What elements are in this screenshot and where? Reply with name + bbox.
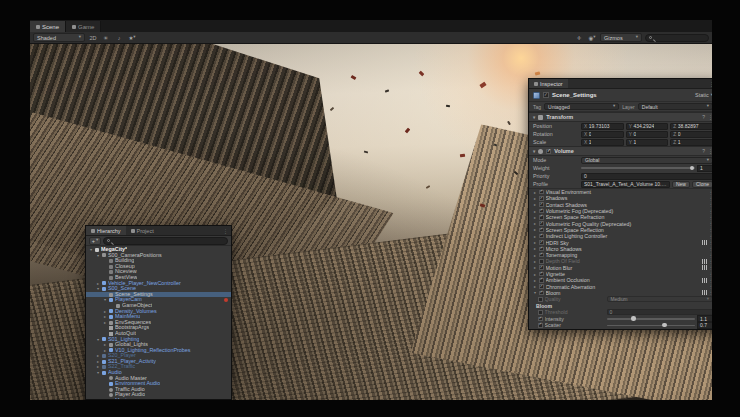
- context-menu-icon[interactable]: ⋮: [709, 246, 713, 251]
- transform-component-header[interactable]: ▾ Transform ? ⋮: [529, 112, 712, 122]
- foldout-arrow-icon[interactable]: ▸: [533, 253, 537, 258]
- profile-new-button[interactable]: New: [672, 181, 690, 188]
- volume-override-row[interactable]: ▸✓Volumetric Fog (Deprecated)⋮: [529, 208, 712, 214]
- foldout-arrow-icon[interactable]: ▸: [533, 278, 537, 283]
- foldout-arrow-icon[interactable]: ▸: [533, 215, 537, 220]
- expand-arrow-icon[interactable]: ▾: [96, 337, 100, 343]
- volume-override-row[interactable]: ▸✓Volumetric Fog Quality (Deprecated)⋮: [529, 220, 712, 226]
- camera-icon[interactable]: ◉▾: [587, 33, 597, 42]
- foldout-arrow-icon[interactable]: ▾: [533, 149, 535, 154]
- context-menu-icon[interactable]: ⋮: [709, 234, 713, 239]
- bloom-property-dropdown[interactable]: Medium▾: [607, 296, 713, 302]
- context-menu-icon[interactable]: ⋮: [709, 290, 713, 295]
- tab-game[interactable]: Game: [66, 21, 101, 32]
- context-menu-icon[interactable]: ⋮: [709, 209, 713, 214]
- volume-override-row[interactable]: ▸✓Visual Environment⋮: [529, 189, 712, 195]
- tab-hierarchy[interactable]: Hierarchy: [86, 226, 126, 235]
- override-checkbox[interactable]: ✓: [539, 228, 544, 233]
- active-checkbox[interactable]: ✓: [543, 92, 549, 98]
- expand-arrow-icon[interactable]: ▾: [103, 297, 107, 303]
- context-menu-icon[interactable]: ⋮: [709, 202, 713, 207]
- override-checkbox[interactable]: ✓: [539, 209, 544, 214]
- volume-override-row[interactable]: ▾✓Bloom⋮: [529, 290, 712, 296]
- property-override-checkbox[interactable]: ✓: [538, 323, 543, 328]
- tab-scene[interactable]: Scene: [30, 21, 66, 32]
- volume-override-row[interactable]: ▸✓Micro Shadows⋮: [529, 246, 712, 252]
- slider-thumb[interactable]: [631, 316, 636, 321]
- override-checkbox[interactable]: ✓: [539, 272, 544, 277]
- expand-arrow-icon[interactable]: ▾: [96, 253, 100, 259]
- override-checkbox[interactable]: ✓: [539, 196, 544, 201]
- gameobject-name[interactable]: Scene_Settings: [552, 92, 597, 98]
- context-menu-icon[interactable]: ⋮: [709, 253, 713, 258]
- volume-override-row[interactable]: ▸✓HDRI Sky⋮: [529, 239, 712, 245]
- x-value-field[interactable]: X1: [581, 139, 624, 146]
- panel-menu-icon[interactable]: ⋮: [220, 226, 231, 235]
- context-menu-icon[interactable]: ⋮: [709, 259, 713, 264]
- context-menu-icon[interactable]: ⋮: [709, 284, 713, 289]
- audio-icon[interactable]: ♪: [114, 33, 124, 42]
- volume-override-row[interactable]: ▸Depth Of Field⋮: [529, 258, 712, 264]
- priority-field[interactable]: 0: [581, 173, 712, 180]
- shading-mode-dropdown[interactable]: Shaded ▾: [33, 33, 85, 42]
- property-override-checkbox[interactable]: ✓: [538, 317, 543, 322]
- z-value-field[interactable]: Z1: [670, 139, 712, 146]
- foldout-arrow-icon[interactable]: ▸: [533, 190, 537, 195]
- x-value-field[interactable]: X0: [581, 131, 624, 138]
- foldout-arrow-icon[interactable]: ▸: [533, 221, 537, 226]
- panel-menu-icon[interactable]: ⋮: [706, 79, 712, 88]
- volume-override-row[interactable]: ▸✓Motion Blur⋮: [529, 265, 712, 271]
- override-checkbox[interactable]: ✓: [539, 253, 544, 258]
- scene-search-input[interactable]: [654, 35, 705, 41]
- z-value-field[interactable]: Z0: [670, 131, 712, 138]
- override-checkbox[interactable]: ✓: [539, 291, 544, 296]
- volume-override-row[interactable]: ▸✓Indirect Lighting Controller⋮: [529, 233, 712, 239]
- foldout-arrow-icon[interactable]: ▸: [533, 259, 537, 264]
- 2d-toggle-icon[interactable]: 2D: [88, 33, 98, 42]
- override-checkbox[interactable]: ✓: [539, 221, 544, 226]
- tab-project[interactable]: Project: [126, 226, 159, 235]
- weight-slider[interactable]: [581, 167, 695, 169]
- profile-clone-button[interactable]: Clone: [692, 181, 712, 188]
- slider-thumb[interactable]: [690, 166, 695, 171]
- override-checkbox[interactable]: ✓: [539, 284, 544, 289]
- property-override-checkbox[interactable]: [538, 310, 543, 315]
- volume-override-row[interactable]: ▸✓Shadows⋮: [529, 195, 712, 201]
- override-checkbox[interactable]: ✓: [539, 265, 544, 270]
- static-dropdown[interactable]: Static ▾: [695, 92, 712, 98]
- volume-override-row[interactable]: ▸✓Tonemapping⋮: [529, 252, 712, 258]
- mode-dropdown[interactable]: Global ▾: [581, 157, 712, 164]
- hierarchy-search-input[interactable]: [112, 238, 224, 244]
- lighting-icon[interactable]: ☀: [101, 33, 111, 42]
- foldout-arrow-icon[interactable]: ▸: [533, 246, 537, 251]
- context-menu-icon[interactable]: ⋮: [709, 190, 713, 195]
- help-icon[interactable]: ?: [702, 148, 705, 154]
- help-icon[interactable]: ?: [702, 114, 705, 120]
- foldout-arrow-icon[interactable]: ▸: [533, 227, 537, 232]
- foldout-arrow-icon[interactable]: ▸: [533, 209, 537, 214]
- y-value-field[interactable]: Y434.2924: [626, 123, 669, 130]
- bloom-slider[interactable]: [607, 325, 696, 327]
- eyedropper-icon[interactable]: [708, 329, 712, 330]
- foldout-arrow-icon[interactable]: ▸: [533, 272, 537, 277]
- volume-override-row[interactable]: ▸✓Screen Space Refraction⋮: [529, 214, 712, 220]
- override-checkbox[interactable]: ✓: [539, 215, 544, 220]
- component-enabled-checkbox[interactable]: ✓: [546, 149, 551, 154]
- override-checkbox[interactable]: ✓: [539, 240, 544, 245]
- scene-search[interactable]: [645, 34, 709, 42]
- weight-value[interactable]: 1: [697, 165, 712, 172]
- tint-color-swatch[interactable]: [607, 329, 706, 330]
- profile-object-field[interactable]: S01_Travel_A_Test_A_Volume 10.5%: [581, 181, 670, 188]
- x-value-field[interactable]: X19.73103: [581, 123, 624, 130]
- foldout-arrow-icon[interactable]: ▸: [533, 284, 537, 289]
- context-menu-icon[interactable]: ⋮: [709, 272, 713, 277]
- bloom-slider[interactable]: [607, 318, 696, 320]
- foldout-arrow-icon[interactable]: ▸: [533, 202, 537, 207]
- tools-icon[interactable]: ✛: [574, 33, 584, 42]
- expand-arrow-icon[interactable]: ▸: [103, 398, 107, 399]
- hierarchy-row[interactable]: ▸Music: [86, 398, 231, 399]
- slider-value[interactable]: 0.7: [697, 322, 712, 329]
- layer-dropdown[interactable]: Default ▾: [638, 103, 712, 110]
- volume-override-row[interactable]: ▸✓Chromatic Aberration⋮: [529, 283, 712, 289]
- foldout-arrow-icon[interactable]: ▸: [533, 240, 537, 245]
